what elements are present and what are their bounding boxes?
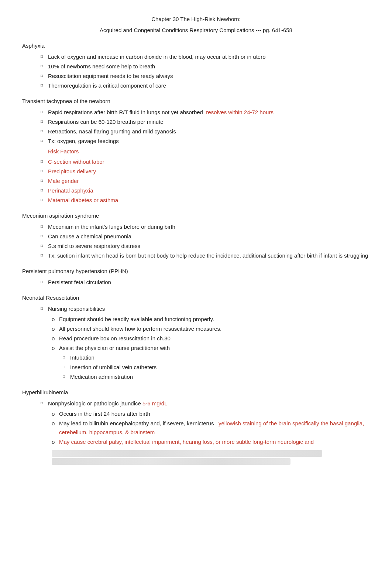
- assist-subsublist: Intubation Insertion of umbilical vein c…: [22, 353, 370, 381]
- nursing-sublist: Equipment should be readily available an…: [22, 315, 370, 353]
- list-item: S.s mild to severe respiratory distress: [41, 242, 370, 251]
- risk-factors-label: Risk Factors: [22, 147, 370, 156]
- risk-factors-list: C-section without labor Precipitous deli…: [22, 157, 370, 205]
- list-item: 10% of newborns need some help to breath: [41, 62, 370, 71]
- section-tachypnea-title: Transient tachypnea of the newborn: [22, 97, 370, 106]
- list-item: Nursing responsibilities: [41, 304, 370, 313]
- tachypnea-list: Rapid respirations after birth R/T fluid…: [22, 108, 370, 146]
- meconium-list: Meconium in the infant’s lungs before or…: [22, 222, 370, 260]
- section-resuscitation-title: Neonatal Resuscitation: [22, 293, 370, 302]
- list-item: Nonphysiologic or pathologic jaundice 5-…: [41, 399, 370, 408]
- list-item: Tx: oxygen, gavage feedings: [41, 137, 370, 146]
- list-item: Meconium in the infant’s lungs before or…: [41, 222, 370, 231]
- list-item: Retractions, nasal flaring grunting and …: [41, 127, 370, 136]
- resuscitation-list: Nursing responsibilities: [22, 304, 370, 313]
- section-meconium-title: Meconium aspiration syndrome: [22, 211, 370, 220]
- chapter-subtitle: Acquired and Congenital Conditions Respi…: [22, 26, 370, 35]
- hyperbili-sublist: Occurs in the first 24 hours after birth…: [22, 409, 370, 446]
- page-header: Chapter 30 The High-Risk Newborn: Acquir…: [22, 15, 370, 35]
- redacted-content: [22, 450, 370, 465]
- inline-red: yellowish staining of the brain specific…: [59, 420, 364, 435]
- list-item: Assist the physician or nurse practition…: [52, 344, 370, 353]
- hyperbili-list: Nonphysiologic or pathologic jaundice 5-…: [22, 399, 370, 408]
- list-item: May lead to bilirubin encephalopathy and…: [52, 419, 370, 437]
- list-item: Equipment should be readily available an…: [52, 315, 370, 324]
- list-item: C-section without labor: [41, 157, 370, 166]
- list-item: Lack of oxygen and increase in carbon di…: [41, 52, 370, 61]
- list-item: May cause cerebral palsy, intellectual i…: [52, 438, 370, 446]
- list-item: Maternal diabetes or asthma: [41, 196, 370, 205]
- inline-red: 5-6 mg/dL: [141, 400, 168, 406]
- list-item: Male gender: [41, 177, 370, 186]
- list-item: Rapid respirations after birth R/T fluid…: [41, 108, 370, 117]
- asphyxia-list: Lack of oxygen and increase in carbon di…: [22, 52, 370, 90]
- list-item: Resuscitation equipment needs to be read…: [41, 72, 370, 81]
- list-item: All personnel should know how to perform…: [52, 324, 370, 333]
- section-pphn-title: Persistent pulmonary hypertension (PPHN): [22, 267, 370, 276]
- list-item: Insertion of umbilical vein catheters: [63, 363, 370, 372]
- section-hyperbili-title: Hyperbilirubinemia: [22, 388, 370, 397]
- list-item: Occurs in the first 24 hours after birth: [52, 409, 370, 418]
- section-asphyxia-title: Asphyxia: [22, 41, 370, 50]
- content-body: Asphyxia Lack of oxygen and increase in …: [22, 41, 370, 465]
- list-item: Respirations can be 60-120 breaths per m…: [41, 118, 370, 126]
- chapter-title: Chapter 30 The High-Risk Newborn:: [22, 15, 370, 24]
- list-item: Intubation: [63, 353, 370, 362]
- list-item: Can cause a chemical pneumonia: [41, 232, 370, 241]
- list-item: Medication administration: [63, 372, 370, 381]
- list-item: Persistent fetal circulation: [41, 278, 370, 287]
- pphn-list: Persistent fetal circulation: [22, 278, 370, 287]
- list-item: Perinatal asphyxia: [41, 186, 370, 195]
- list-item: Tx: suction infant when head is born but…: [41, 251, 370, 260]
- list-item: Thermoregulation is a critical component…: [41, 81, 370, 90]
- list-item: Precipitous delivery: [41, 167, 370, 176]
- inline-red: resolves within 24-72 hours: [206, 109, 274, 115]
- list-item: Read procedure box on resuscitation in c…: [52, 334, 370, 343]
